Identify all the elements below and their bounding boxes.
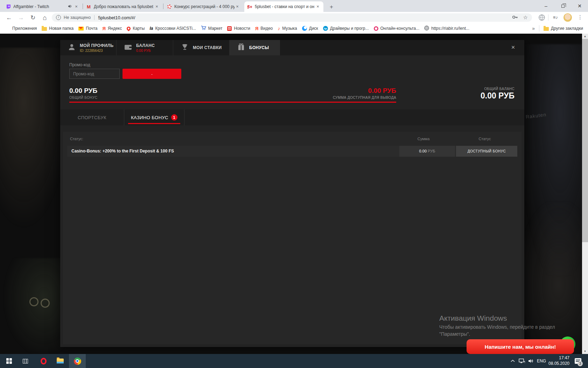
bonus-amount-cell: 0.00 РУБ (399, 146, 455, 157)
modal-close-icon[interactable]: × (510, 44, 517, 51)
trophy-icon (181, 43, 189, 52)
window-minimize-button[interactable]: – (538, 0, 554, 12)
taskbar-file-explorer[interactable] (52, 354, 69, 368)
tray-volume-button[interactable] (526, 354, 536, 368)
browser-tab-5plusbet-active[interactable]: 5+ 5plusbet - ставки на спорт и он × (244, 1, 323, 12)
bookmark-apps[interactable]: Приложения (5, 26, 37, 31)
bookmark-label: Новости (234, 26, 250, 31)
tray-hidden-icons-button[interactable] (508, 354, 517, 368)
browser-tab-contest[interactable]: Конкурс регистраций - 4 000 ру × (164, 1, 243, 12)
extension-globe-icon[interactable] (538, 14, 545, 22)
url-text[interactable]: 5plusbet10.com/#/ (98, 15, 135, 20)
profile-id: ID: 222856423 (80, 49, 113, 53)
yandex-icon: Я (255, 26, 258, 31)
scrollbar-up-icon[interactable]: ▲ (582, 34, 588, 39)
music-extension-icon[interactable]: ≡♪ (553, 15, 558, 20)
twitch-icon (6, 4, 11, 9)
bookmark-star-icon[interactable]: ☆ (523, 14, 528, 21)
action-center-button[interactable] (572, 354, 584, 368)
nav-balance[interactable]: БАЛАНС 0.00 РУБ (117, 40, 173, 55)
scrollbar-thumb[interactable] (582, 39, 588, 242)
window-close-button[interactable]: ✕ (571, 0, 588, 12)
security-label[interactable]: Не защищено (64, 15, 91, 20)
browser-menu-icon[interactable]: ⋮ (578, 14, 583, 20)
nav-my-profile[interactable]: МОЙ ПРОФИЛЬ ID: 222856423 (60, 40, 117, 55)
promo-apply-button[interactable]: - (122, 69, 181, 79)
bookmarks-overflow-icon[interactable]: » (532, 26, 535, 31)
tab-separator (163, 4, 163, 9)
bookmark-yandex[interactable]: Я Яндекс (103, 26, 122, 31)
withdrawable-value: 0.00 РУБ (291, 87, 396, 95)
total-balance-label: ОБЩИЙ БАЛАНС (410, 87, 514, 91)
yandex-icon: Я (103, 26, 106, 31)
casino-bonus-count-badge: 1 (171, 114, 177, 121)
balance-amount: 0.00 РУБ (136, 49, 155, 53)
bookmark-new-folder[interactable]: Новая папка (42, 26, 74, 31)
tab-title: Affgambler - Twitch (13, 4, 68, 9)
tray-clock[interactable]: 17:47 08.05.2020 (547, 354, 570, 368)
nav-bonuses[interactable]: БОНУСЫ (230, 40, 280, 55)
tray-network-button[interactable] (517, 354, 526, 368)
tab-sportsbook[interactable]: СПОРТСБУК (60, 109, 124, 125)
chat-widget-button[interactable]: Напишите нам, мы онлайн! (467, 339, 574, 354)
tab-close-icon[interactable]: × (315, 4, 321, 9)
task-view-button[interactable] (17, 354, 34, 368)
bookmark-hp-drivers[interactable]: hp Драйверы и прогр... (323, 26, 369, 31)
total-bonus-value: 0.00 РУБ (69, 87, 97, 95)
bookmark-riabir[interactable]: https://riabir.ru/lent... (424, 26, 469, 32)
password-key-icon[interactable] (512, 15, 518, 20)
bookmark-maps[interactable]: Карты (127, 26, 145, 31)
bookmark-label: Музыка (282, 26, 297, 31)
taskbar-opera[interactable] (35, 354, 52, 368)
browser-tab-gmail[interactable]: M Добро пожаловать на 5plusbet × (83, 1, 162, 12)
promo-code-input[interactable] (69, 69, 120, 79)
nav-label: БОНУСЫ (249, 45, 269, 50)
other-bookmarks-folder[interactable]: Другие закладки (544, 26, 583, 31)
forward-icon[interactable]: → (16, 13, 26, 23)
nav-label: БАЛАНС (136, 43, 155, 48)
bookmark-label: Карты (133, 26, 145, 31)
tab-label: СПОРТСБУК (78, 115, 106, 120)
bookmark-label: Яндекс (108, 26, 122, 31)
tab-audio-icon[interactable] (68, 4, 72, 9)
folder-icon (42, 27, 47, 31)
home-icon[interactable]: ⌂ (40, 13, 50, 23)
bookmark-mail[interactable]: Почта (78, 26, 97, 31)
page-scrollbar[interactable]: ▲ ▼ (582, 34, 588, 354)
taskbar-chrome-active[interactable] (69, 354, 86, 368)
folder-icon (544, 27, 549, 31)
bookmark-music[interactable]: ♪ Музыка (278, 26, 297, 31)
nav-my-bets[interactable]: МОИ СТАВКИ (173, 40, 230, 55)
new-tab-button[interactable]: + (327, 2, 336, 12)
task-view-icon (23, 359, 28, 363)
bookmark-video[interactable]: Я Видео (255, 26, 273, 31)
reload-icon[interactable]: ↻ (28, 13, 38, 23)
tray-language-button[interactable]: ENG (536, 354, 547, 368)
tab-title: Добро пожаловать на 5plusbet (94, 4, 154, 9)
active-tab-underline (128, 123, 180, 124)
page-info-icon[interactable]: i (56, 15, 61, 20)
network-icon (519, 359, 525, 363)
tab-title: Конкурс регистраций - 4 000 ру (174, 4, 234, 9)
bookmark-asics[interactable]: Ia Кроссовки ASICSTi... (149, 26, 196, 31)
window-restore-button[interactable] (554, 0, 571, 12)
browser-tab-twitch[interactable]: Affgambler - Twitch × (3, 1, 82, 12)
background-art-mcgregor (518, 202, 588, 353)
bookmark-market[interactable]: Маркет (201, 26, 223, 31)
tab-close-icon[interactable]: × (154, 4, 160, 9)
back-icon[interactable]: ← (4, 13, 14, 23)
windows-activation-title: Активация Windows (439, 314, 507, 322)
tab-close-icon[interactable]: × (74, 4, 79, 9)
profile-avatar[interactable] (564, 13, 572, 22)
bookmark-disk[interactable]: Диск (302, 26, 318, 31)
screen: Affgambler - Twitch × M Добро пожаловать… (0, 0, 588, 368)
bookmark-label: Почта (86, 26, 97, 31)
scrollbar-down-icon[interactable]: ▼ (582, 349, 588, 354)
bonus-status-button[interactable]: ДОСТУПНЫЙ БОНУС (456, 146, 517, 157)
address-bar[interactable]: i Не защищено 5plusbet10.com/#/ ☆ (52, 13, 532, 22)
news-icon (227, 26, 232, 31)
start-button[interactable] (1, 354, 17, 368)
bookmark-consultant[interactable]: Онлайн-консульта... (374, 26, 420, 31)
bookmark-news[interactable]: Новости (227, 26, 250, 31)
tab-close-icon[interactable]: × (234, 4, 240, 9)
